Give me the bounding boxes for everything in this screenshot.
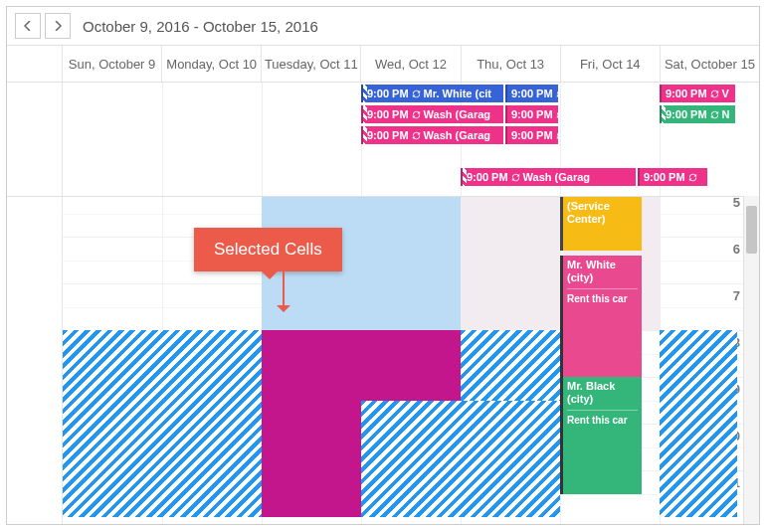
allday-event[interactable]: 9:00 PMMr. White (cit [361, 85, 503, 102]
event-subtitle: Rent this car [567, 410, 638, 427]
scroll-thumb[interactable] [746, 206, 757, 254]
event-subtitle: Rent this car [567, 288, 638, 305]
event-label: Wash (Garag [424, 108, 490, 120]
callout-arrow-line [283, 269, 285, 307]
day-header[interactable]: Wed, Oct 12 [361, 46, 461, 82]
stripe-marker [361, 105, 367, 123]
recurring-icon [510, 172, 521, 185]
event-time: 9:00 PM [511, 129, 553, 141]
allday-event[interactable]: 9:00 PMWash (Garag [361, 105, 503, 123]
day-header-row: Sun, October 9 Monday, Oct 10 Tuesday, O… [7, 45, 759, 83]
scheduler-shell: October 9, 2016 - October 15, 2016 Sun, … [6, 6, 760, 525]
allday-panel: 9:00 PMMr. White (cit9:00 PM9:00 PMWash … [7, 83, 759, 197]
event-title: Mr. White (city) [567, 259, 638, 284]
day-header[interactable]: Sun, October 9 [63, 46, 162, 82]
event-time: 9:00 PM [511, 88, 553, 99]
event-time: 9:00 PM [367, 88, 409, 99]
callout-arrow-head [277, 305, 290, 319]
magenta-block[interactable] [262, 330, 361, 517]
recurring-icon [555, 130, 558, 143]
stripe-marker [361, 85, 367, 102]
grid-slots[interactable]: (Service Center)Mr. White (city)Rent thi… [63, 197, 759, 525]
recurring-icon [411, 109, 422, 122]
allday-slots[interactable]: 9:00 PMMr. White (cit9:00 PM9:00 PMWash … [63, 83, 759, 196]
chevron-right-icon [54, 21, 62, 31]
event-mr-white[interactable]: Mr. White (city)Rent this car [560, 256, 642, 377]
topbar: October 9, 2016 - October 15, 2016 [7, 7, 759, 45]
recurring-icon [555, 109, 558, 122]
event-label: Wash (Garag [523, 171, 590, 183]
allday-event[interactable]: 9:00 PMWash (Garag [361, 126, 503, 144]
hatched-region [63, 330, 262, 517]
event-time: 9:00 PM [367, 129, 409, 141]
next-button[interactable] [45, 13, 71, 39]
stripe-marker [461, 168, 467, 186]
allday-event[interactable]: 9:00 PMV [660, 85, 735, 102]
day-header[interactable]: Monday, Oct 10 [162, 46, 262, 82]
time-gutter: 50060070080090010001100 [7, 197, 63, 525]
event-service-center[interactable]: (Service Center) [560, 197, 642, 251]
stripe-marker [361, 126, 367, 144]
event-time: 9:00 PM [367, 108, 409, 120]
allday-event[interactable]: 9:00 PM [505, 85, 558, 102]
date-range-label: October 9, 2016 - October 15, 2016 [83, 18, 318, 35]
recurring-icon [687, 172, 698, 185]
recurring-icon [709, 109, 720, 122]
event-time: 9:00 PM [511, 108, 553, 120]
allday-event[interactable]: 9:00 PM [505, 105, 558, 123]
event-title: (Service Center) [567, 200, 638, 226]
day-header[interactable]: Fri, Oct 14 [561, 46, 661, 82]
stripe-marker [660, 105, 666, 123]
recurring-icon [555, 89, 558, 101]
allday-event[interactable]: 9:00 PMWash (Garag [461, 168, 636, 186]
event-time: 9:00 PM [666, 88, 707, 99]
allday-event[interactable]: 9:00 PMN [660, 105, 735, 123]
hatched-region [660, 330, 737, 517]
event-time: 9:00 PM [666, 108, 707, 120]
magenta-block[interactable] [361, 330, 461, 401]
day-header[interactable]: Sat, October 15 [661, 46, 759, 82]
allday-event[interactable]: 9:00 PM [505, 126, 558, 144]
recurring-icon [411, 130, 422, 143]
hatched-region [361, 401, 560, 518]
time-gutter-header [7, 46, 63, 82]
allday-event[interactable]: 9:00 PM [638, 168, 707, 186]
recurring-icon [411, 89, 422, 101]
event-label: N [722, 108, 730, 120]
hatched-region [461, 330, 560, 401]
faded-bg [461, 197, 560, 330]
event-time: 9:00 PM [644, 171, 685, 183]
time-grid: 50060070080090010001100 (Service Center)… [7, 197, 759, 525]
event-time: 9:00 PM [467, 171, 508, 183]
event-mr-black[interactable]: Mr. Black (city)Rent this car [560, 377, 642, 494]
day-header[interactable]: Tuesday, Oct 11 [262, 46, 361, 82]
day-header[interactable]: Thu, Oct 13 [462, 46, 561, 82]
event-label: Wash (Garag [424, 129, 490, 141]
event-label: Mr. White (cit [424, 88, 491, 99]
scrollbar[interactable] [743, 196, 759, 524]
chevron-left-icon [24, 21, 32, 31]
allday-gutter [7, 83, 63, 196]
prev-button[interactable] [15, 13, 41, 39]
callout-selected-cells: Selected Cells [194, 228, 342, 271]
event-title: Mr. Black (city) [567, 380, 638, 406]
recurring-icon [709, 89, 720, 101]
event-label: V [722, 88, 729, 99]
